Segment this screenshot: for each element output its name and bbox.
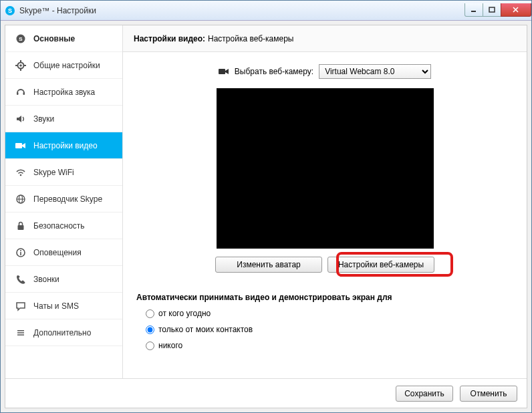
sidebar: SОсновныеОбщие настройкиНастройка звукаЗ… xyxy=(5,25,123,378)
sidebar-item-label: Оповещения xyxy=(33,248,82,257)
panel-header: Настройки видео: Настройка веб-камеры xyxy=(123,25,527,52)
change-avatar-button[interactable]: Изменить аватар xyxy=(215,257,322,273)
radio-input[interactable] xyxy=(146,325,154,334)
svg-rect-24 xyxy=(20,252,21,255)
sidebar-item-label: Основные xyxy=(33,34,75,43)
sidebar-item-phone[interactable]: Звонки xyxy=(5,266,122,293)
camera-icon xyxy=(13,140,28,151)
gear-icon xyxy=(13,60,28,71)
close-button[interactable] xyxy=(501,3,531,17)
svg-rect-3 xyxy=(489,7,495,12)
lock-icon xyxy=(13,221,28,231)
sidebar-item-gear[interactable]: Общие настройки xyxy=(5,52,122,79)
main-panel: Настройки видео: Настройка веб-камеры Вы… xyxy=(123,25,527,378)
sidebar-item-skype[interactable]: SОсновные xyxy=(5,25,122,52)
svg-rect-15 xyxy=(23,92,25,95)
sidebar-item-label: Переводчик Skype xyxy=(33,194,102,204)
svg-rect-16 xyxy=(15,143,22,148)
sidebar-item-label: Безопасность xyxy=(33,221,85,231)
sidebar-item-label: Настройки видео xyxy=(33,141,98,150)
svg-rect-26 xyxy=(17,332,24,333)
radio-label: от кого угодно xyxy=(158,309,211,318)
svg-point-23 xyxy=(20,250,21,251)
svg-rect-21 xyxy=(18,225,24,230)
radio-input[interactable] xyxy=(146,341,154,350)
sidebar-item-label: Skype WiFi xyxy=(33,168,74,177)
sidebar-item-lock[interactable]: Безопасность xyxy=(5,213,122,239)
svg-point-9 xyxy=(19,64,22,67)
skype-icon: S xyxy=(13,33,28,44)
svg-point-17 xyxy=(20,174,22,176)
auto-accept-title: Автоматически принимать видео и демонстр… xyxy=(136,293,513,302)
svg-rect-27 xyxy=(17,334,24,335)
panel-content: Выбрать веб-камеру: Virtual Webcam 8.0 И… xyxy=(123,52,527,378)
auto-accept-option[interactable]: от кого угодно xyxy=(146,309,513,318)
settings-window: S Skype™ - Настройки SОсновныеОбщие наст… xyxy=(0,0,532,413)
sidebar-item-label: Чаты и SMS xyxy=(33,301,79,311)
svg-text:S: S xyxy=(19,36,23,42)
webcam-select-row: Выбрать веб-камеру: Virtual Webcam 8.0 xyxy=(136,64,513,79)
window-controls xyxy=(465,3,531,17)
webcam-settings-button[interactable]: Настройки веб-камеры xyxy=(327,257,434,273)
header-subtitle: Настройка веб-камеры xyxy=(208,34,293,43)
sidebar-item-globe[interactable]: Переводчик Skype xyxy=(5,186,122,213)
sidebar-item-label: Дополнительно xyxy=(33,328,91,337)
radio-input[interactable] xyxy=(146,309,154,318)
chat-icon xyxy=(13,301,28,311)
sidebar-item-headset[interactable]: Настройка звука xyxy=(5,79,122,106)
wifi-icon xyxy=(13,167,28,178)
svg-rect-28 xyxy=(219,69,225,74)
content-frame: SОсновныеОбщие настройкиНастройка звукаЗ… xyxy=(5,25,527,408)
dialog-footer: Сохранить Отменить xyxy=(5,378,527,408)
phone-icon xyxy=(13,274,28,285)
svg-rect-25 xyxy=(17,330,24,331)
sidebar-item-label: Звонки xyxy=(33,275,59,284)
auto-accept-options: от кого угоднотолько от моих контактовни… xyxy=(136,309,513,350)
sidebar-item-chat[interactable]: Чаты и SMS xyxy=(5,293,122,319)
webcam-preview xyxy=(217,88,434,249)
sidebar-item-speaker[interactable]: Звуки xyxy=(5,106,122,132)
radio-label: только от моих контактов xyxy=(158,325,253,334)
minimize-button[interactable] xyxy=(464,3,483,17)
save-button[interactable]: Сохранить xyxy=(396,386,453,402)
dots-icon xyxy=(13,327,28,338)
svg-text:S: S xyxy=(8,7,12,14)
sidebar-item-dots[interactable]: Дополнительно xyxy=(5,319,122,346)
preview-buttons-row: Изменить аватар Настройки веб-камеры xyxy=(136,257,513,273)
webcam-select-label: Выбрать веб-камеру: xyxy=(235,67,313,76)
auto-accept-option[interactable]: никого xyxy=(146,341,513,350)
sidebar-item-wifi[interactable]: Skype WiFi xyxy=(5,159,122,186)
skype-icon: S xyxy=(5,5,15,16)
sidebar-item-label: Звуки xyxy=(33,114,54,124)
headset-icon xyxy=(13,87,28,98)
radio-label: никого xyxy=(158,341,182,350)
info-icon xyxy=(13,247,28,258)
webcam-select[interactable]: Virtual Webcam 8.0 xyxy=(319,64,431,79)
svg-rect-14 xyxy=(17,92,19,95)
titlebar[interactable]: S Skype™ - Настройки xyxy=(1,1,531,21)
globe-icon xyxy=(13,194,28,204)
sidebar-item-info[interactable]: Оповещения xyxy=(5,239,122,266)
speaker-icon xyxy=(13,114,28,124)
cancel-button[interactable]: Отменить xyxy=(460,386,517,402)
auto-accept-option[interactable]: только от моих контактов xyxy=(146,325,513,334)
sidebar-item-label: Настройка звука xyxy=(33,88,95,97)
window-title: Skype™ - Настройки xyxy=(19,6,465,15)
sidebar-item-label: Общие настройки xyxy=(33,61,100,70)
maximize-button[interactable] xyxy=(483,3,501,17)
camera-icon xyxy=(219,67,229,76)
sidebar-item-camera[interactable]: Настройки видео xyxy=(5,132,122,159)
header-section: Настройки видео: xyxy=(134,34,205,43)
